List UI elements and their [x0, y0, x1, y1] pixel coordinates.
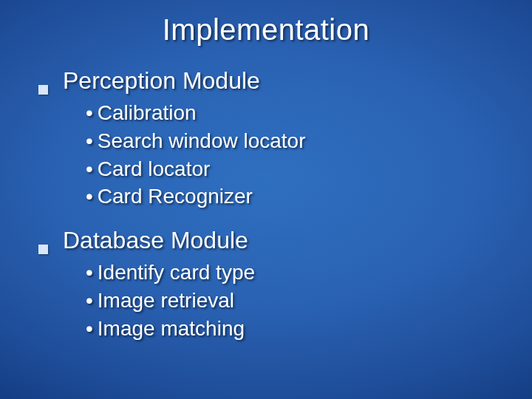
list-item-text: Card locator [98, 157, 211, 180]
list-item-text: Identify card type [98, 261, 255, 284]
dot-bullet-icon: • [86, 157, 93, 180]
section-heading: Database Module [63, 227, 248, 254]
dot-bullet-icon: • [86, 317, 93, 340]
list-item-text: Image retrieval [98, 289, 234, 312]
dot-bullet-icon: • [86, 101, 93, 124]
list-item: •Identify card type [86, 259, 502, 287]
dot-bullet-icon: • [86, 261, 93, 284]
list-item: •Calibration [86, 99, 502, 127]
dot-bullet-icon: • [86, 129, 93, 152]
slide-body: Perception Module •Calibration •Search w… [30, 67, 502, 343]
section-items: •Calibration •Search window locator •Car… [86, 99, 502, 211]
dot-bullet-icon: • [86, 289, 93, 312]
list-item: •Image retrieval [86, 287, 502, 315]
slide-title: Implementation [30, 13, 502, 47]
list-item-text: Calibration [98, 101, 197, 124]
dot-bullet-icon: • [86, 185, 93, 208]
square-bullet-icon [38, 245, 48, 254]
square-bullet-icon [38, 85, 48, 95]
list-item: •Card locator [86, 155, 502, 183]
section-heading-row: Perception Module [38, 67, 502, 95]
section-heading-row: Database Module [38, 227, 502, 254]
slide: Implementation Perception Module •Calibr… [0, 0, 532, 399]
list-item-text: Card Recognizer [98, 185, 253, 208]
section-items: •Identify card type •Image retrieval •Im… [86, 259, 502, 342]
list-item: •Card Recognizer [86, 183, 502, 211]
list-item: •Search window locator [86, 127, 502, 155]
list-item: •Image matching [86, 315, 502, 343]
list-item-text: Image matching [98, 317, 245, 340]
list-item-text: Search window locator [98, 129, 306, 152]
section-heading: Perception Module [63, 67, 260, 95]
